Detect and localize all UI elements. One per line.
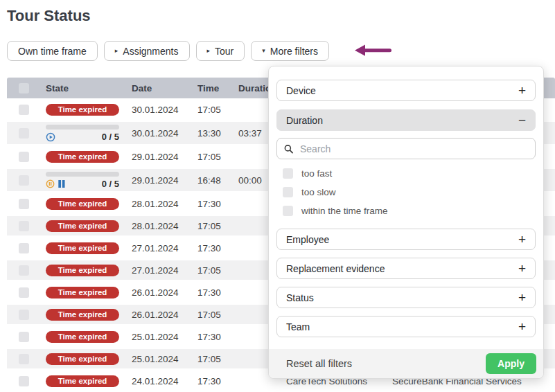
date-cell: 30.01.2024 [132,105,197,115]
time-cell: 17:05 [197,221,238,231]
option-too-slow[interactable]: too slow [276,183,536,202]
row-checkbox[interactable] [19,128,29,139]
filter-section-status[interactable]: Status + [276,287,536,308]
status-badge: Time expired [46,265,119,276]
pause-bars-icon [58,179,66,188]
progress-bar [46,125,119,130]
time-cell: 16:48 [197,175,238,186]
select-all-checkbox[interactable] [19,83,29,93]
tour-label: Tour [215,46,234,57]
filter-section-label: Team [286,321,310,332]
option-label: too fast [301,168,332,179]
status-badge: Time expired [46,151,119,163]
chevron-right-icon: ▸ [207,48,211,54]
row-checkbox[interactable] [19,332,29,342]
plus-icon: + [518,84,526,97]
time-cell: 17:05 [197,105,238,115]
minus-icon: − [518,114,526,127]
time-cell: 17:05 [197,265,238,276]
tour-filter-button[interactable]: ▸ Tour [196,41,245,61]
row-checkbox[interactable] [19,221,29,231]
date-cell: 28.01.2024 [132,199,197,209]
row-checkbox[interactable] [19,354,29,364]
tour-status-page: Tour Status Own time frame ▸ Assignments… [0,0,555,392]
checkpoint-count: 0 / 5 [102,179,119,189]
option-too-fast[interactable]: too fast [276,164,536,183]
time-cell: 17:30 [197,287,238,298]
filter-section-label: Duration [286,115,323,126]
filter-section-duration[interactable]: Duration − [276,109,536,131]
more-filters-label: More filters [270,46,318,57]
search-input[interactable] [299,143,528,155]
row-checkbox[interactable] [19,199,29,209]
time-cell: 17:30 [197,243,238,253]
own-time-frame-label: Own time frame [18,46,87,57]
option-label: too slow [301,187,336,197]
time-cell: 17:30 [197,376,238,386]
more-filters-button[interactable]: ▾ More filters [251,41,329,61]
pause-circle-icon [46,179,55,188]
status-badge: Time expired [46,104,119,116]
filter-section-label: Replacement evidence [286,263,385,274]
date-cell: 26.01.2024 [132,287,197,298]
checkbox[interactable] [283,187,293,197]
column-header-state[interactable]: State [46,83,132,93]
column-header-time[interactable]: Time [197,83,238,93]
time-cell: 13:30 [197,128,238,139]
search-icon [284,144,293,154]
row-checkbox[interactable] [19,287,29,298]
filter-section-label: Status [286,292,314,303]
date-cell: 29.01.2024 [132,175,197,186]
filter-section-employee[interactable]: Employee + [276,229,536,250]
apply-button[interactable]: Apply [486,353,536,374]
time-cell: 17:30 [197,332,238,342]
assignments-label: Assignments [123,46,178,57]
status-badge: Time expired [46,375,119,387]
duration-cell: 00:00 [238,175,262,186]
duration-search-box [276,138,536,159]
status-badge: Time expired [46,242,119,254]
row-checkbox[interactable] [19,310,29,320]
progress-bar [46,172,119,177]
tour-progress: 0 / 5 [46,125,119,142]
row-checkbox[interactable] [19,105,29,115]
status-badge: Time expired [46,353,119,365]
time-cell: 17:05 [197,152,238,162]
row-checkbox[interactable] [19,376,29,386]
filter-section-replacement-evidence[interactable]: Replacement evidence + [276,258,536,279]
checkbox[interactable] [283,206,293,216]
date-cell: 27.01.2024 [132,265,197,276]
chevron-right-icon: ▸ [115,48,118,54]
column-header-date[interactable]: Date [132,83,197,93]
filter-section-label: Device [286,85,316,96]
row-checkbox[interactable] [19,152,29,162]
page-title: Tour Status [7,7,91,25]
duration-cell: 03:37 [238,128,262,139]
assignments-filter-button[interactable]: ▸ Assignments [104,41,190,61]
row-checkbox[interactable] [19,175,29,186]
plus-icon: + [518,291,526,304]
time-cell: 17:05 [197,354,238,364]
status-badge: Time expired [46,309,119,321]
plus-icon: + [518,262,526,275]
row-checkbox[interactable] [19,243,29,253]
filter-section-team[interactable]: Team + [276,316,536,337]
date-cell: 25.01.2024 [132,332,197,342]
filter-section-device[interactable]: Device + [276,80,536,101]
time-cell: 17:30 [197,199,238,209]
annotation-arrow-icon [354,43,394,58]
status-badge: Time expired [46,220,119,232]
option-within-time-frame[interactable]: within the time frame [276,202,536,220]
status-badge: Time expired [46,331,119,343]
date-cell: 27.01.2024 [132,243,197,253]
date-cell: 26.01.2024 [132,310,197,320]
date-cell: 24.01.2024 [132,376,197,386]
plus-icon: + [518,320,526,333]
row-checkbox[interactable] [19,265,29,276]
filter-section-label: Employee [286,234,329,245]
own-time-frame-button[interactable]: Own time frame [7,41,98,61]
filter-toolbar: Own time frame ▸ Assignments ▸ Tour ▾ Mo… [7,41,329,61]
checkbox[interactable] [283,168,293,179]
time-cell: 17:05 [197,310,238,320]
reset-all-filters-link[interactable]: Reset all filters [286,358,352,369]
